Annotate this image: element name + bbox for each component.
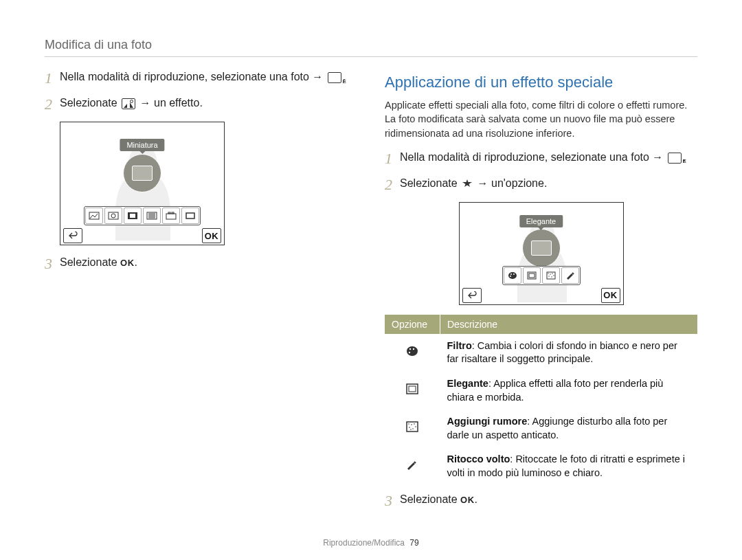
tile-brush-icon <box>561 267 579 284</box>
edit-icon <box>328 72 341 83</box>
back-button[interactable] <box>462 288 482 303</box>
svg-point-38 <box>410 429 412 430</box>
step-text: Selezionate OK. <box>60 255 137 270</box>
svg-point-24 <box>553 275 554 276</box>
ok-button[interactable]: OK <box>601 288 620 303</box>
page: Modifica di una foto 1 Nella modalità di… <box>0 0 742 560</box>
svg-rect-17 <box>529 273 535 278</box>
table-desc: Elegante: Applica effetti alla foto per … <box>440 372 698 410</box>
svg-point-33 <box>411 424 412 425</box>
step-1: 1 Nella modalità di riproduzione, selezi… <box>45 69 357 86</box>
ok-icon: OK <box>120 257 135 269</box>
left-column: 1 Nella modalità di riproduzione, selezi… <box>45 69 357 518</box>
divider <box>45 56 697 57</box>
step-3: 3 Selezionate OK. <box>385 492 697 508</box>
step-1: 1 Nella modalità di riproduzione, selezi… <box>385 150 697 166</box>
columns: 1 Nella modalità di riproduzione, selezi… <box>45 69 697 518</box>
footer: Riproduzione/Modifica 79 <box>0 538 742 548</box>
edit-icon <box>668 153 682 164</box>
tile-icon <box>143 208 161 224</box>
step-2: 2 Selezionate → un effetto. <box>45 96 357 112</box>
left-steps: 1 Nella modalità di riproduzione, selezi… <box>45 69 357 112</box>
ok-icon: OK <box>460 494 475 506</box>
svg-point-15 <box>510 276 511 277</box>
step-number: 2 <box>45 97 60 112</box>
table-desc: Filtro: Cambia i colori di sfondo in bia… <box>440 334 698 372</box>
selected-chip-icon <box>522 229 561 267</box>
step-number: 3 <box>45 256 60 271</box>
table-header-option: Opzione <box>385 315 440 334</box>
paragraph: Applicate effetti speciali alla foto, co… <box>385 98 697 140</box>
svg-rect-10 <box>186 213 194 219</box>
page-title: Modifica di una foto <box>45 38 697 52</box>
step-number: 3 <box>385 493 400 508</box>
svg-rect-29 <box>407 384 418 394</box>
brush-icon <box>385 447 440 485</box>
palette-icon <box>385 334 440 372</box>
tile-noise-icon <box>542 267 560 284</box>
landscape-icon <box>122 98 135 109</box>
selected-chip-icon <box>123 154 161 192</box>
table-row: Ritocco volto: Ritoccate le foto di ritr… <box>385 447 697 485</box>
tile-icon <box>124 208 142 224</box>
noise-icon <box>385 410 440 447</box>
table-header-description: Descrizione <box>440 315 698 334</box>
right-steps-2: 3 Selezionate OK. <box>385 492 697 508</box>
svg-point-14 <box>513 273 515 275</box>
options-table: Opzione Descrizione Filtro: Cambia i col… <box>385 315 697 486</box>
svg-point-36 <box>412 428 414 429</box>
step-number: 1 <box>385 151 400 166</box>
preview-bottom-bar: OK <box>462 288 620 302</box>
svg-rect-5 <box>130 214 135 218</box>
step-text: Selezionate → un effetto. <box>60 96 203 111</box>
ok-button[interactable]: OK <box>202 228 221 243</box>
table-row: Elegante: Applica effetti alla foto per … <box>385 372 697 410</box>
tile-icon <box>85 208 103 224</box>
tile-icon <box>162 208 180 224</box>
svg-point-19 <box>548 273 548 273</box>
svg-rect-8 <box>168 212 170 214</box>
preview-bottom-bar: OK <box>63 228 221 242</box>
table-desc: Ritocco volto: Ritoccate le foto di ritr… <box>440 447 698 485</box>
camera-preview: Elegante OK <box>459 202 624 305</box>
effect-row <box>502 266 581 285</box>
step-number: 2 <box>385 177 400 192</box>
page-number: 79 <box>409 538 418 548</box>
svg-point-28 <box>409 351 410 352</box>
svg-point-25 <box>407 346 418 356</box>
svg-point-21 <box>552 273 552 273</box>
svg-point-20 <box>550 273 550 274</box>
tooltip: Miniatura <box>120 139 164 151</box>
svg-point-3 <box>111 214 115 218</box>
table-row: Aggiungi rumore: Aggiunge disturbo alla … <box>385 410 697 447</box>
svg-point-26 <box>409 348 411 349</box>
step-number: 1 <box>45 71 60 86</box>
camera-preview: Miniatura OK <box>60 122 225 245</box>
back-icon <box>68 232 78 240</box>
svg-point-34 <box>414 423 415 425</box>
svg-point-22 <box>548 276 549 276</box>
svg-point-27 <box>413 348 414 349</box>
svg-rect-7 <box>166 214 176 219</box>
effect-row <box>84 206 201 225</box>
tile-icon <box>104 208 122 224</box>
svg-point-32 <box>408 423 409 425</box>
tile-icon <box>181 208 199 224</box>
back-button[interactable] <box>63 228 82 243</box>
svg-rect-1 <box>89 212 99 219</box>
table-desc: Aggiungi rumore: Aggiunge disturbo alla … <box>440 410 698 447</box>
section-heading: Applicazione di un effetto speciale <box>385 74 697 91</box>
step-2: 2 Selezionate → un'opzione. <box>385 176 697 192</box>
right-steps: 1 Nella modalità di riproduzione, selezi… <box>385 150 697 192</box>
step-3: 3 Selezionate OK. <box>45 255 357 271</box>
tile-frame-icon <box>523 267 541 284</box>
right-column: Applicazione di un effetto speciale Appl… <box>385 69 697 518</box>
back-icon <box>467 291 477 300</box>
step-text: Nella modalità di riproduzione, selezion… <box>400 150 686 165</box>
svg-point-12 <box>508 272 517 279</box>
tile-palette-icon <box>504 267 521 284</box>
star-icon <box>462 179 473 190</box>
left-steps-2: 3 Selezionate OK. <box>45 255 357 271</box>
step-text: Selezionate OK. <box>400 492 477 507</box>
step-text: Nella modalità di riproduzione, selezion… <box>60 69 346 85</box>
